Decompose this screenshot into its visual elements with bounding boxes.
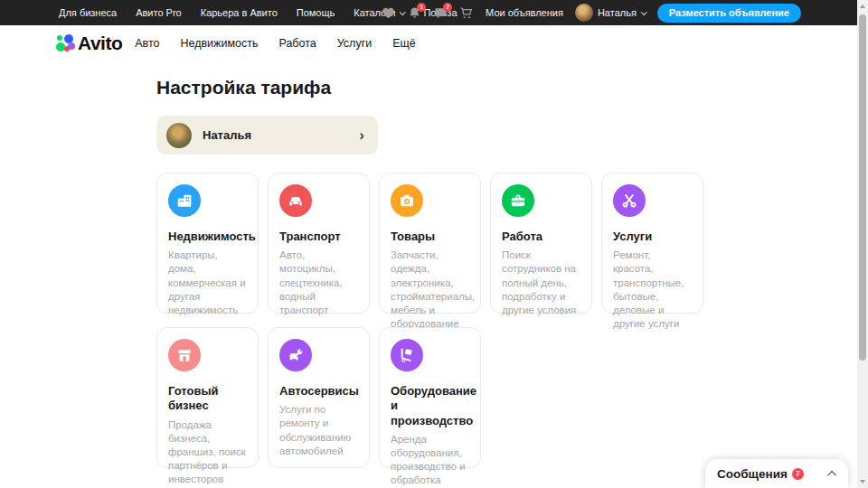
- messages-widget-label: Сообщения: [717, 467, 788, 481]
- handtruck-icon: [391, 339, 423, 371]
- building-icon: [168, 184, 201, 217]
- avito-logo-dots-icon: [56, 34, 75, 52]
- messages-badge-topbar: 7: [443, 3, 452, 12]
- scrollbar[interactable]: [857, 0, 868, 488]
- category-description: Авто, мотоциклы, спецтехника, водный тра…: [279, 249, 358, 317]
- category-card-business[interactable]: Готовый бизнес Продажа бизнеса, франшиз,…: [156, 327, 259, 468]
- messages-widget-badge: 7: [792, 468, 804, 480]
- storefront-icon: [168, 339, 201, 371]
- category-description: Квартиры, дома, коммерческая и другая не…: [168, 249, 247, 317]
- header-link-jobs[interactable]: Работа: [278, 37, 316, 50]
- category-title: Товары: [391, 230, 469, 244]
- category-card-equipment[interactable]: Оборудование и производство Аренда обору…: [379, 327, 481, 468]
- category-title: Транспорт: [279, 230, 358, 244]
- scrollbar-thumb[interactable]: [859, 14, 866, 361]
- topbar-link-business[interactable]: Для бизнеса: [59, 7, 117, 18]
- camera-icon: [391, 184, 423, 217]
- topbar-user-name: Наталья: [598, 7, 637, 18]
- category-title: Услуги: [613, 230, 692, 244]
- category-title: Готовый бизнес: [168, 384, 247, 414]
- car-icon: [279, 184, 312, 217]
- topbar-link-help[interactable]: Помощь: [297, 7, 335, 18]
- header-link-auto[interactable]: Авто: [135, 37, 159, 50]
- category-card-goods[interactable]: Товары Запчасти, одежда, электроника, ст…: [379, 173, 481, 314]
- notifications-badge: 1: [417, 3, 426, 12]
- topbar-link-career[interactable]: Карьера в Авито: [201, 7, 278, 18]
- category-title: Оборудование и производство: [391, 384, 469, 428]
- scroll-down-arrow-icon[interactable]: [860, 480, 865, 483]
- topbar-right-cluster: 1 7 Мои объявления Наталья Разместить об…: [381, 0, 801, 25]
- scissors-icon: [613, 184, 646, 217]
- car-service-icon: [279, 339, 312, 371]
- category-card-transport[interactable]: Транспорт Авто, мотоциклы, спецтехника, …: [268, 173, 370, 314]
- header-nav: Авто Недвижимость Работа Услуги Ещё: [135, 37, 416, 50]
- chevron-up-icon: [827, 470, 836, 479]
- category-card-realty[interactable]: Недвижимость Квартиры, дома, коммерческа…: [156, 173, 259, 314]
- topbar-link-avito-pro[interactable]: Авито Pro: [136, 7, 182, 18]
- scroll-up-arrow-icon[interactable]: [860, 5, 865, 8]
- favorites-heart-icon[interactable]: [381, 5, 395, 20]
- category-description: Продажа бизнеса, франшиз, поиск партнёро…: [168, 418, 247, 487]
- header-link-realty[interactable]: Недвижимость: [180, 37, 258, 50]
- category-description: Ремонт, красота, транспортные, бытовые, …: [613, 249, 692, 331]
- category-card-jobs[interactable]: Работа Поиск сотрудников на полный день,…: [490, 173, 592, 314]
- avito-logo-text: Avito: [78, 33, 122, 54]
- avito-logo[interactable]: Avito: [56, 33, 122, 54]
- top-bar: Для бизнеса Авито Pro Карьера в Авито По…: [0, 0, 857, 25]
- post-ad-button[interactable]: Разместить объявление: [657, 4, 801, 23]
- chevron-right-icon: ›: [359, 127, 364, 143]
- cart-icon[interactable]: [459, 5, 474, 20]
- briefcase-icon: [502, 184, 534, 217]
- topbar-user-menu[interactable]: Наталья: [575, 4, 646, 22]
- header-link-services[interactable]: Услуги: [337, 37, 372, 50]
- category-card-autoservice[interactable]: Автосервисы Услуги по ремонту и обслужив…: [268, 327, 370, 468]
- messages-chat-icon[interactable]: 7: [433, 5, 448, 20]
- user-card[interactable]: Наталья ›: [156, 116, 378, 155]
- avatar: [166, 123, 192, 148]
- avatar: [575, 4, 593, 22]
- category-description: Запчасти, одежда, электроника, строймате…: [391, 249, 469, 331]
- category-grid: Недвижимость Квартиры, дома, коммерческа…: [156, 173, 710, 468]
- site-header: Avito Авто Недвижимость Работа Услуги Ещ…: [0, 25, 857, 61]
- main-content: Настройка тарифа Наталья › Недвижимость …: [156, 61, 710, 468]
- category-title: Работа: [502, 230, 580, 244]
- category-title: Автосервисы: [279, 384, 358, 399]
- messages-widget[interactable]: Сообщения 7: [705, 459, 848, 488]
- notifications-bell-icon[interactable]: 1: [407, 5, 421, 20]
- header-link-more[interactable]: Ещё: [392, 37, 416, 50]
- page-title: Настройка тарифа: [156, 77, 710, 99]
- category-description: Услуги по ремонту и обслуживанию автомоб…: [279, 403, 358, 458]
- category-description: Аренда оборудования, производство и обра…: [391, 433, 469, 488]
- user-card-name: Наталья: [203, 128, 251, 142]
- category-title: Недвижимость: [168, 230, 247, 244]
- category-description: Поиск сотрудников на полный день, подраб…: [502, 249, 580, 317]
- chevron-down-icon: [641, 9, 647, 15]
- my-ads-link[interactable]: Мои объявления: [486, 7, 563, 18]
- category-card-services[interactable]: Услуги Ремонт, красота, транспортные, бы…: [601, 173, 703, 314]
